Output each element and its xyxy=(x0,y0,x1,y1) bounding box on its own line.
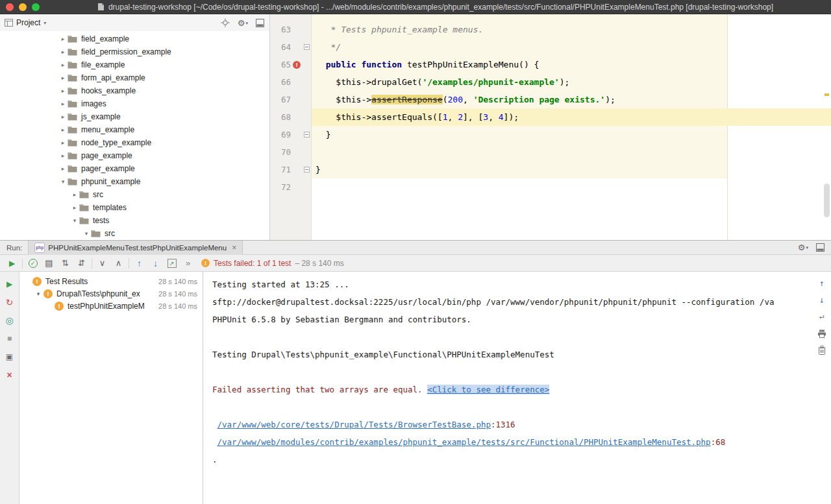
import-export-results-button[interactable]: ↗ xyxy=(164,256,180,270)
code-line[interactable]: $this->drupalGet('/examples/phpunit-exam… xyxy=(312,73,831,91)
chevron-right-icon[interactable]: ▸ xyxy=(58,165,68,172)
test-tree-item[interactable]: !testPhpUnitExampleM28 s 140 ms xyxy=(19,300,203,312)
console-link[interactable]: /var/www/web/modules/contrib/examples/ph… xyxy=(217,437,711,447)
chevron-right-icon[interactable]: ▸ xyxy=(58,75,68,81)
tree-item-file_example[interactable]: ▸file_example xyxy=(0,58,269,71)
locate-file-button[interactable] xyxy=(221,18,230,27)
code-text: 2 xyxy=(458,112,463,122)
tree-item-menu_example[interactable]: ▸menu_example xyxy=(0,123,269,136)
code-line[interactable] xyxy=(312,178,831,196)
code-line[interactable]: $this->assertEquals([1, 2], [3, 4]); xyxy=(312,108,831,126)
tree-item-tests[interactable]: ▾tests xyxy=(0,214,269,227)
tree-item-phpunit_example[interactable]: ▾phpunit_example xyxy=(0,175,269,188)
console-link[interactable]: /var/www/web/core/tests/Drupal/Tests/Bro… xyxy=(217,420,491,429)
warning-stripe-mark[interactable] xyxy=(825,93,829,96)
fold-marker-icon[interactable] xyxy=(304,167,310,173)
test-failed-gutter-icon[interactable]: ! xyxy=(293,61,301,69)
soft-wrap-button[interactable]: ↩ xyxy=(816,311,828,322)
tree-item-js_example[interactable]: ▸js_example xyxy=(0,110,269,123)
console-link[interactable]: <Click to see difference> xyxy=(427,385,549,394)
hide-run-panel-button[interactable] xyxy=(816,243,825,252)
code-pane[interactable]: * Tests phpunit_example menus. */ public… xyxy=(312,14,831,240)
scrollbar-thumb[interactable] xyxy=(824,184,830,217)
code-line[interactable]: $this->assertResponse(200, 'Description … xyxy=(312,91,831,108)
chevron-down-icon[interactable]: ▾ xyxy=(43,20,46,26)
tree-item-images[interactable]: ▸images xyxy=(0,97,269,110)
chevron-right-icon[interactable]: ▸ xyxy=(58,126,68,133)
tree-item-src[interactable]: ▸src xyxy=(0,188,269,201)
minimize-window-button[interactable] xyxy=(19,3,27,11)
collapse-all-button[interactable]: ∧ xyxy=(110,256,127,270)
chevron-down-icon[interactable]: ▾ xyxy=(34,291,42,297)
run-console[interactable]: Testing started at 13:25 ...sftp://docke… xyxy=(203,272,831,504)
show-ignored-button[interactable]: ▤ xyxy=(41,256,57,270)
tree-item-src[interactable]: ▾src xyxy=(0,227,269,240)
tree-item-node_type_example[interactable]: ▸node_type_example xyxy=(0,136,269,149)
previous-failed-test-button[interactable]: ↑ xyxy=(131,256,147,270)
close-icon[interactable]: × xyxy=(232,243,236,252)
console-text: Testing Drupal\Tests\phpunit_example\Fun… xyxy=(212,350,554,359)
show-passed-button[interactable]: ✓ xyxy=(25,256,41,270)
rerun-button[interactable]: ▶ xyxy=(4,256,20,270)
next-failed-test-button[interactable]: ↓ xyxy=(147,256,164,270)
tree-item-pager_example[interactable]: ▸pager_example xyxy=(0,162,269,175)
chevron-right-icon[interactable]: ▸ xyxy=(58,114,68,120)
chevron-right-icon[interactable]: ▸ xyxy=(70,191,79,198)
gutter-row: 66 xyxy=(274,73,311,91)
run-settings-button[interactable]: ⚙▾ xyxy=(798,243,808,252)
more-actions-button[interactable]: » xyxy=(180,256,196,270)
line-number: 67 xyxy=(274,95,291,104)
console-text: :68 xyxy=(711,437,726,447)
print-console-button[interactable] xyxy=(816,328,828,339)
chevron-right-icon[interactable]: ▸ xyxy=(70,204,79,211)
toggle-auto-test-button[interactable]: ◎ xyxy=(3,313,17,328)
hide-panel-button[interactable] xyxy=(256,19,264,27)
run-tab[interactable]: php PHPUnitExampleMenuTest.testPhpUnitEx… xyxy=(28,241,243,255)
code-line[interactable]: */ xyxy=(312,38,831,56)
rerun-failed-tests-button[interactable]: ↻ xyxy=(3,295,17,309)
code-line[interactable]: * Tests phpunit_example menus. xyxy=(312,21,831,38)
zoom-window-button[interactable] xyxy=(32,3,40,11)
clear-console-button[interactable] xyxy=(816,344,828,356)
fold-marker-icon[interactable] xyxy=(304,132,310,138)
test-item-label: Drupal\Tests\phpunit_ex xyxy=(56,289,155,298)
chevron-right-icon[interactable]: ▸ xyxy=(58,152,68,159)
chevron-right-icon[interactable]: ▸ xyxy=(58,88,68,94)
folder-icon xyxy=(68,35,79,43)
code-line[interactable]: } xyxy=(312,126,831,143)
chevron-down-icon[interactable]: ▾ xyxy=(82,230,91,237)
code-line[interactable] xyxy=(312,143,831,161)
chevron-down-icon[interactable]: ▾ xyxy=(58,178,68,185)
tree-item-page_example[interactable]: ▸page_example xyxy=(0,149,269,162)
code-text: ); xyxy=(560,77,570,87)
sort-alphabetically-button[interactable]: ⇵ xyxy=(73,256,90,270)
code-line[interactable]: public function testPhpUnitExampleMenu()… xyxy=(312,56,831,73)
test-tree-item[interactable]: !Test Results28 s 140 ms xyxy=(19,275,203,287)
project-panel-title[interactable]: Project xyxy=(16,18,40,27)
rerun-test-button[interactable]: ▶ xyxy=(3,277,17,291)
code-line[interactable]: } xyxy=(312,161,831,178)
close-panel-button[interactable]: × xyxy=(3,368,17,382)
tree-item-hooks_example[interactable]: ▸hooks_example xyxy=(0,84,269,97)
stop-button[interactable]: ■ xyxy=(3,331,17,346)
tree-item-form_api_example[interactable]: ▸form_api_example xyxy=(0,71,269,84)
chevron-down-icon[interactable]: ▾ xyxy=(70,217,79,224)
chevron-right-icon[interactable]: ▸ xyxy=(58,36,68,42)
tree-item-templates[interactable]: ▸templates xyxy=(0,201,269,214)
restore-layout-button[interactable]: ▣ xyxy=(3,350,17,364)
test-tree-item[interactable]: ▾!Drupal\Tests\phpunit_ex28 s 140 ms xyxy=(19,287,203,300)
sort-by-duration-button[interactable]: ⇅ xyxy=(57,256,73,270)
chevron-right-icon[interactable]: ▸ xyxy=(58,62,68,68)
settings-button[interactable]: ⚙▾ xyxy=(238,19,248,27)
close-window-button[interactable] xyxy=(6,3,14,11)
fold-marker-icon[interactable] xyxy=(304,44,310,50)
tree-item-field_permission_example[interactable]: ▸field_permission_example xyxy=(0,45,269,58)
chevron-right-icon[interactable]: ▸ xyxy=(58,49,68,55)
tree-item-field_example[interactable]: ▸field_example xyxy=(0,32,269,45)
chevron-right-icon[interactable]: ▸ xyxy=(58,101,68,107)
jump-to-next-button[interactable]: ↓ xyxy=(816,294,828,306)
expand-all-button[interactable]: ∨ xyxy=(94,256,110,270)
chevron-right-icon[interactable]: ▸ xyxy=(58,139,68,146)
jump-to-previous-button[interactable]: ↑ xyxy=(816,277,828,289)
editor-scrollbar[interactable] xyxy=(822,14,831,240)
